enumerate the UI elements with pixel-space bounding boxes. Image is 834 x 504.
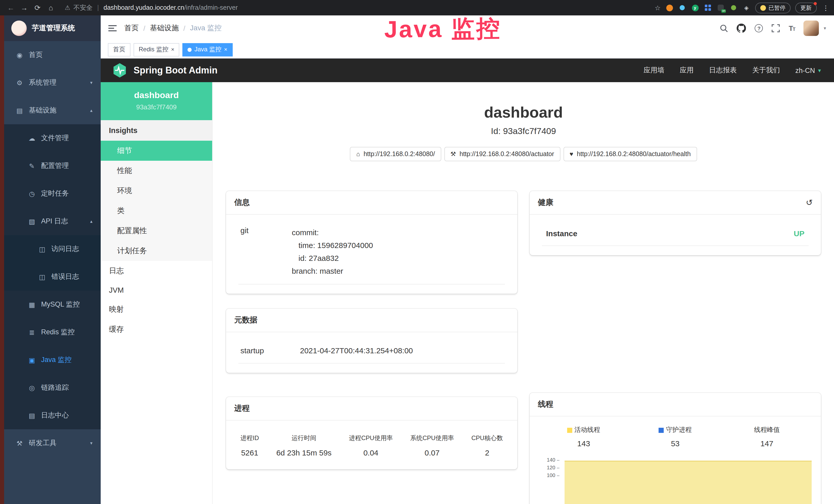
- sidebar-item-log-center[interactable]: ▤ 日志中心: [4, 402, 101, 429]
- instance-nav-jvm[interactable]: JVM: [101, 281, 212, 299]
- home-icon: ⌂: [356, 151, 360, 158]
- search-icon[interactable]: [720, 24, 728, 32]
- sidebar-item-tracing[interactable]: ◎ 链路追踪: [4, 374, 101, 402]
- extension-icon-gem[interactable]: ◈: [742, 4, 750, 12]
- fullscreen-icon[interactable]: [772, 24, 780, 32]
- actuator-url-link[interactable]: ⚒ http://192.168.0.2:48080/actuator: [444, 147, 560, 161]
- metadata-startup-row: startup 2021-04-27T00:44:31.254+08:00: [238, 337, 505, 364]
- threads-card: 线程 活动线程: [530, 393, 821, 504]
- paused-badge[interactable]: 已暂停: [755, 2, 791, 13]
- locale-label: zh-CN: [795, 67, 815, 74]
- avatar-caret-icon[interactable]: ▾: [824, 26, 826, 31]
- home-icon[interactable]: ⌂: [45, 4, 57, 12]
- threads-card-title: 线程: [530, 393, 821, 416]
- sidebar-item-mysql-monitor[interactable]: ▦ MySQL 监控: [4, 291, 101, 318]
- instance-nav-config-props[interactable]: 配置属性: [101, 221, 212, 241]
- redis-icon: ≣: [28, 328, 36, 336]
- instance-nav-mappings[interactable]: 映射: [101, 299, 212, 319]
- sidebar-item-java-monitor[interactable]: ▣ Java 监控: [4, 346, 101, 374]
- extension-icon-green-y[interactable]: y: [691, 4, 699, 12]
- sidebar-item-home[interactable]: ◉ 首页: [4, 41, 101, 69]
- wrench-icon: ⚒: [450, 151, 456, 158]
- sidebar-item-scheduled-jobs[interactable]: ◷ 定时任务: [4, 180, 101, 207]
- screen: ← → ⟳ ⌂ ⚠ 不安全 | dashboard.yudao.iocoder.…: [0, 0, 834, 504]
- update-button[interactable]: 更新: [795, 2, 817, 13]
- github-icon[interactable]: [737, 24, 746, 33]
- annotation-java-monitor: Java 监控: [384, 13, 501, 46]
- sba-nav-about[interactable]: 关于我们: [752, 66, 780, 75]
- sidebar-item-error-logs[interactable]: ◫ 错误日志: [4, 263, 101, 291]
- extension-icon-orange[interactable]: [665, 4, 674, 12]
- tab-java-monitor[interactable]: Java 监控 ×: [183, 43, 233, 56]
- link-label: http://192.168.0.2:48080/actuator/health: [577, 151, 691, 158]
- stat-cpu-cores: CPU核心数 2: [471, 434, 503, 457]
- security-chip[interactable]: ⚠ 不安全: [65, 3, 93, 12]
- close-icon[interactable]: ×: [171, 47, 174, 52]
- url-host: dashboard.yudao.iocoder.cn: [104, 4, 184, 11]
- instance-nav-metrics[interactable]: 性能: [101, 161, 212, 181]
- extension-icon-grid[interactable]: [704, 4, 712, 12]
- back-icon[interactable]: ←: [5, 4, 17, 12]
- extension-icon-blue-drop[interactable]: [678, 4, 686, 12]
- history-icon[interactable]: ↺: [806, 198, 813, 207]
- sba-nav-wallboard[interactable]: 应用墙: [643, 66, 664, 75]
- sidebar-item-system[interactable]: ⚙ 系统管理 ▾: [4, 69, 101, 96]
- instance-nav-details[interactable]: 细节: [101, 141, 212, 161]
- update-alert-dot: [814, 2, 817, 5]
- yellow-legend-icon: [567, 428, 572, 433]
- sidebar-item-api-logs[interactable]: ▧ API 日志 ▴: [4, 207, 101, 235]
- metadata-value: 2021-04-27T00:44:31.254+08:00: [300, 346, 413, 355]
- tab-redis-monitor[interactable]: Redis 监控 ×: [134, 43, 179, 56]
- sidebar-item-redis-monitor[interactable]: ≣ Redis 监控: [4, 318, 101, 346]
- sidebar-item-config-management[interactable]: ✎ 配置管理: [4, 152, 101, 180]
- sba-nav-journal[interactable]: 日志报表: [709, 66, 737, 75]
- instance-nav-scheduled-tasks[interactable]: 计划任务: [101, 241, 212, 261]
- health-card: 健康 ↺ Instance UP: [530, 191, 821, 255]
- sidebar-item-label: Java 监控: [41, 356, 72, 365]
- instance-nav-logs[interactable]: 日志: [101, 261, 212, 281]
- sidebar-item-label: 错误日志: [51, 272, 79, 281]
- instance-nav-environment[interactable]: 环境: [101, 181, 212, 201]
- reload-icon[interactable]: ⟳: [32, 4, 43, 12]
- close-icon[interactable]: ×: [224, 47, 227, 52]
- service-url-link[interactable]: ⌂ http://192.168.0.2:48080/: [350, 147, 441, 161]
- address-bar[interactable]: dashboard.yudao.iocoder.cn/infra/admin-s…: [104, 4, 238, 11]
- health-url-link[interactable]: ♥ http://192.168.0.2:48080/actuator/heal…: [563, 147, 697, 161]
- sba-navbar: Spring Boot Admin 应用墙 应用 日志报表 关于我们 zh-CN…: [101, 59, 834, 82]
- sidebar-item-infrastructure[interactable]: ▤ 基础设施 ▴: [4, 96, 101, 124]
- metadata-card: 元数据 startup 2021-04-27T00:44:31.254+08:0…: [226, 308, 517, 373]
- extension-icon-leaf[interactable]: [729, 4, 738, 12]
- help-icon[interactable]: ?: [755, 24, 763, 32]
- chrome-menu-icon[interactable]: ⋮: [822, 4, 829, 12]
- sidebar-item-access-logs[interactable]: ◫ 访问日志: [4, 235, 101, 263]
- breadcrumb-home[interactable]: 首页: [124, 24, 139, 33]
- chrome-right-cluster: ☆ y on ◈ 已暂停 更新 ⋮: [655, 2, 829, 13]
- sidebar-item-dev-tools[interactable]: ⚒ 研发工具 ▾: [4, 429, 101, 457]
- instance-id: 93a3fc7f7409: [105, 103, 208, 111]
- instance-nav-caches[interactable]: 缓存: [101, 319, 212, 339]
- sidebar-item-file-management[interactable]: ☁ 文件管理: [4, 124, 101, 152]
- health-instance-row[interactable]: Instance UP: [542, 220, 809, 246]
- sba-brand-label: Spring Boot Admin: [134, 65, 218, 76]
- breadcrumb-infrastructure[interactable]: 基础设施: [150, 24, 179, 33]
- tab-home[interactable]: 首页: [108, 43, 130, 56]
- clock-icon: ◷: [28, 190, 36, 198]
- instance-nav-classes[interactable]: 类: [101, 201, 212, 221]
- tab-label: Java 监控: [194, 45, 221, 54]
- sidebar-item-label: 链路追踪: [41, 383, 69, 392]
- sba-brand[interactable]: Spring Boot Admin: [112, 63, 218, 78]
- sidebar-menu: ◉ 首页 ⚙ 系统管理 ▾ ▤ 基础设施 ▴ ☁ 文件管理: [4, 41, 101, 504]
- hamburger-icon[interactable]: [101, 25, 124, 31]
- forward-icon[interactable]: →: [19, 4, 30, 12]
- process-stats: 进程ID 5261 运行时间 6d 23h 15m 59s: [238, 426, 505, 460]
- user-avatar[interactable]: [804, 21, 819, 36]
- page-title: dashboard: [226, 104, 821, 121]
- extension-icon-on-badge[interactable]: on: [717, 4, 725, 12]
- bookmark-star-icon[interactable]: ☆: [655, 4, 661, 12]
- stat-process-cpu: 进程CPU使用率 0.04: [349, 434, 393, 457]
- locale-selector[interactable]: zh-CN ▾: [795, 67, 821, 74]
- mysql-icon: ▦: [28, 301, 36, 308]
- text-size-icon[interactable]: TT: [789, 24, 795, 32]
- tab-label: Redis 监控: [139, 45, 169, 54]
- sba-nav-applications[interactable]: 应用: [680, 66, 694, 75]
